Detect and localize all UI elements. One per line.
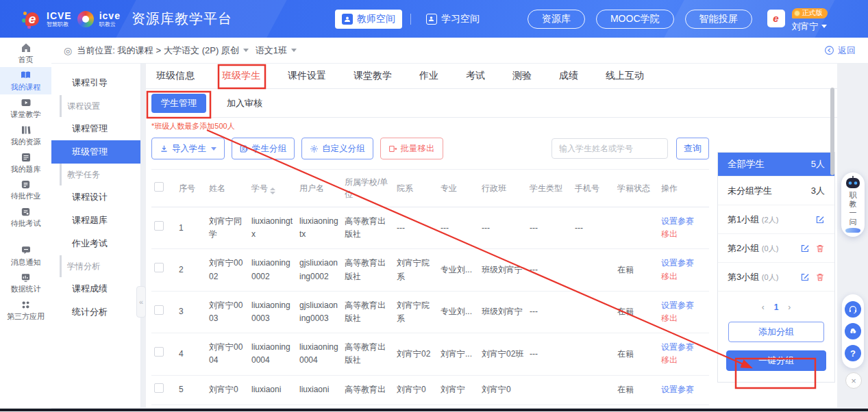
tab-class-info[interactable]: 班级信息 (156, 64, 195, 89)
sidebar-item-third-party-apps[interactable]: 第三方应用 (0, 297, 51, 324)
col-student-no[interactable]: 学号 (249, 170, 297, 207)
sidebar-item-my-courses[interactable]: 我的课程 (0, 67, 51, 94)
cell-phone (572, 291, 615, 333)
cell-admin-class: 刘宵宁0 (479, 375, 527, 404)
sidebar-item-home[interactable]: 首页 (0, 40, 51, 67)
subtab-join-review[interactable]: 加入审核 (217, 94, 272, 113)
custom-grouping-button[interactable]: 自定义分组 (301, 138, 373, 159)
resource-library-link[interactable]: 资源库 (528, 10, 585, 29)
breadcrumb-class-select[interactable]: 语文1班 (256, 44, 287, 57)
course-nav-course-score[interactable]: 课程成绩 (51, 277, 140, 300)
course-nav-guide[interactable]: 课程引导 (51, 70, 140, 95)
student-name-link[interactable]: 刘宵宁0004 (206, 333, 249, 375)
row-checkbox[interactable] (154, 221, 164, 231)
sidebar-item-pending-exams[interactable]: 待批考试 (0, 204, 51, 231)
course-nav-course-design[interactable]: 课程设计 (51, 185, 140, 209)
sidebar-item-notifications[interactable]: 消息通知 (0, 242, 51, 270)
tab-homework[interactable]: 作业 (419, 64, 438, 89)
course-nav-statistics[interactable]: 统计分析 (51, 300, 140, 324)
batch-remove-button[interactable]: 批量移出 (380, 138, 443, 159)
sort-icon[interactable] (270, 188, 275, 194)
row-checkbox[interactable] (154, 383, 164, 393)
mooc-college-link[interactable]: MOOC学院 (596, 10, 674, 29)
smart-cast-link[interactable]: 智能投屏 (685, 10, 752, 29)
cell-status: 在籍 (615, 249, 658, 291)
close-rail-button[interactable]: × (845, 372, 862, 389)
remove-student-link[interactable]: 移出 (661, 312, 706, 325)
trash-icon[interactable] (815, 272, 825, 282)
student-name-link[interactable]: 刘宵宁0 (206, 375, 249, 404)
breadcrumb-my-courses[interactable]: 我的课程 (117, 44, 153, 57)
course-nav-question-bank[interactable]: 课程题库 (51, 209, 140, 232)
user-menu[interactable]: 刘宵宁 (792, 21, 827, 33)
search-button[interactable]: 查询 (676, 138, 709, 159)
group-all-students[interactable]: 全部学生 5人 (718, 153, 834, 177)
group-item-1[interactable]: 第1小组 (2人) (718, 205, 834, 234)
student-name-link[interactable]: 刘宵宁0002 (206, 249, 249, 291)
set-contest-link[interactable]: 设置参赛 (661, 215, 706, 228)
customer-service-button[interactable] (845, 301, 861, 318)
medal-icon (794, 10, 800, 16)
subtab-student-management[interactable]: 学生管理 (151, 94, 206, 113)
tab-quiz[interactable]: 测验 (512, 64, 532, 89)
set-contest-link[interactable]: 设置参赛 (661, 299, 706, 312)
course-nav-class-manage[interactable]: 班级管理 (51, 140, 140, 164)
course-nav-homework-exam[interactable]: 作业考试 (51, 232, 140, 255)
set-contest-link[interactable]: 设置参赛 (661, 257, 706, 270)
add-group-button[interactable]: 添加分组 (728, 322, 824, 342)
edit-icon[interactable] (800, 244, 810, 253)
remove-student-link[interactable]: 移出 (661, 354, 706, 367)
assistant-widget[interactable]: 职 教 一 问 (841, 172, 865, 237)
group-ungrouped-students[interactable]: 未分组学生 3人 (718, 177, 834, 205)
cell-dept: 刘宵宁院系 (394, 291, 438, 333)
cell-major: 刘宵宁... (438, 333, 479, 375)
table-row: 2刘宵宁0002liuxiaoning0002gjsliuxiaoning000… (151, 249, 709, 291)
home-icon (21, 42, 32, 53)
app-icon[interactable]: e (767, 10, 785, 27)
download-center-button[interactable] (845, 323, 861, 339)
group-item-3[interactable]: 第3小组 (0人) (718, 263, 834, 292)
current-page[interactable]: 1 (774, 302, 779, 312)
vertical-scrollbar[interactable] (830, 88, 834, 175)
auto-group-button[interactable]: 一键分组 (726, 350, 826, 371)
course-nav-course-manage[interactable]: 课程管理 (51, 117, 140, 140)
help-button[interactable]: ? (845, 345, 861, 361)
learning-space-button[interactable]: 学习空间 (419, 10, 486, 29)
gear-icon (310, 144, 319, 153)
set-contest-link[interactable]: 设置参赛 (661, 383, 706, 396)
student-search-input[interactable] (551, 138, 668, 159)
edit-icon[interactable] (815, 215, 825, 224)
sidebar-collapse-handle[interactable]: « (136, 286, 146, 318)
tab-online-interaction[interactable]: 线上互动 (606, 64, 644, 89)
remove-student-link[interactable]: 移出 (661, 228, 706, 241)
sidebar-item-data-statistics[interactable]: 数据统计 (0, 270, 51, 297)
course-nav: 课程引导 课程设置 课程管理 班级管理 教学任务 课程设计 课程题库 作业考试 … (51, 64, 141, 408)
sidebar-item-my-question-bank[interactable]: 我的题库 (0, 149, 51, 177)
row-checkbox[interactable] (154, 305, 164, 315)
trash-icon[interactable] (815, 244, 825, 253)
tab-class-students[interactable]: 班级学生 (222, 64, 260, 89)
prev-page-button[interactable]: ‹ (762, 302, 765, 312)
tab-classroom-teaching[interactable]: 课堂教学 (354, 64, 392, 89)
tab-courseware-settings[interactable]: 课件设置 (288, 64, 326, 89)
edit-icon[interactable] (800, 272, 810, 282)
next-page-button[interactable]: › (788, 302, 791, 312)
remove-student-link[interactable]: 移出 (661, 270, 706, 283)
sidebar-item-my-resources[interactable]: 我的资源 (0, 122, 51, 149)
back-button[interactable]: 返回 (824, 44, 856, 57)
group-item-2[interactable]: 第2小组 (0人) (718, 234, 834, 263)
import-students-button[interactable]: 导入学生 (151, 138, 225, 159)
select-all-checkbox[interactable] (154, 182, 164, 192)
sidebar-item-classroom-teaching[interactable]: 课堂教学 (0, 94, 51, 122)
row-checkbox[interactable] (154, 347, 164, 357)
row-checkbox[interactable] (154, 263, 164, 272)
tab-grades[interactable]: 成绩 (559, 64, 578, 89)
sidebar-item-pending-homework[interactable]: 待批作业 (0, 177, 51, 204)
student-name-link[interactable]: 刘宵宁同学 (206, 207, 249, 249)
student-name-link[interactable]: 刘宵宁0003 (206, 291, 249, 333)
breadcrumb-course-select[interactable]: 大学语文 (2P) 原创 (164, 44, 239, 57)
tab-exam[interactable]: 考试 (466, 64, 485, 89)
student-grouping-button[interactable]: 学生分组 (232, 138, 295, 159)
set-contest-link[interactable]: 设置参赛 (661, 341, 706, 354)
teacher-space-button[interactable]: 教师空间 (335, 10, 402, 29)
